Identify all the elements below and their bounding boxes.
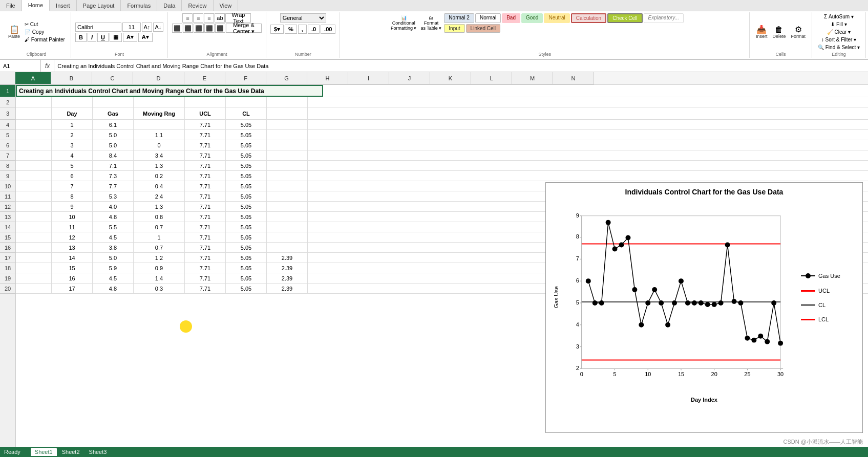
col-header-J[interactable]: J: [389, 72, 430, 84]
cell-F5[interactable]: 5.05: [226, 130, 267, 140]
cell-A15[interactable]: [16, 232, 52, 242]
cell-D5[interactable]: 1.1: [134, 130, 185, 140]
row-header-11[interactable]: 11: [0, 191, 15, 202]
cell-F15[interactable]: 5.05: [226, 232, 267, 242]
delete-button[interactable]: 🗑 Delete: [770, 25, 788, 40]
tab-insert[interactable]: Insert: [50, 0, 77, 11]
cell-G15[interactable]: [267, 232, 308, 242]
tab-page-layout[interactable]: Page Layout: [77, 0, 121, 11]
row-header-19[interactable]: 19: [0, 273, 15, 284]
cell-D7[interactable]: 3.4: [134, 150, 185, 160]
cell-F19[interactable]: 5.05: [226, 273, 267, 283]
cell-B5[interactable]: 2: [52, 130, 93, 140]
cell-D16[interactable]: 0.7: [134, 243, 185, 252]
row-header-17[interactable]: 17: [0, 253, 15, 263]
cell-G12[interactable]: [267, 202, 308, 211]
cell-E8[interactable]: 7.71: [185, 161, 226, 170]
cell-A7[interactable]: [16, 150, 52, 160]
cell-G18[interactable]: 2.39: [267, 263, 308, 273]
align-left-button[interactable]: ⬛: [172, 24, 182, 33]
cell-G16[interactable]: [267, 243, 308, 252]
row-header-13[interactable]: 13: [0, 212, 15, 222]
row-header-4[interactable]: 4: [0, 120, 15, 130]
cell-C4[interactable]: 6.1: [93, 120, 134, 129]
percent-button[interactable]: %: [285, 25, 297, 34]
cell-C18[interactable]: 5.9: [93, 263, 134, 273]
autosum-button[interactable]: Σ AutoSum ▾: [822, 13, 855, 20]
decrease-decimal-button[interactable]: .00: [321, 25, 335, 34]
col-header-K[interactable]: K: [430, 72, 471, 84]
cell-E6[interactable]: 7.71: [185, 140, 226, 150]
cell-A11[interactable]: [16, 191, 52, 201]
cell-E19[interactable]: 7.71: [185, 273, 226, 283]
col-header-A[interactable]: A: [15, 72, 51, 84]
col-header-I[interactable]: I: [348, 72, 389, 84]
conditional-formatting-button[interactable]: 📊ConditionalFormatting ▾: [389, 15, 418, 31]
fill-button[interactable]: ⬇ Fill ▾: [829, 21, 848, 28]
cell-C13[interactable]: 4.8: [93, 212, 134, 222]
tab-view[interactable]: View: [214, 0, 239, 11]
cell-C19[interactable]: 4.5: [93, 273, 134, 283]
font-color-button[interactable]: A▾: [138, 33, 153, 42]
col-header-B[interactable]: B: [51, 72, 92, 84]
row-header-14[interactable]: 14: [0, 222, 15, 232]
cell-A4[interactable]: [16, 120, 52, 129]
find-select-button[interactable]: 🔍 Find & Select ▾: [816, 44, 861, 51]
increase-decimal-button[interactable]: .0: [308, 25, 320, 34]
cell-C11[interactable]: 5.3: [93, 191, 134, 201]
cell-D3[interactable]: Moving Rng: [134, 107, 185, 119]
cell-E12[interactable]: 7.71: [185, 202, 226, 211]
formula-input[interactable]: Creating an Individuals Control Chart an…: [54, 63, 868, 69]
cell-C8[interactable]: 7.1: [93, 161, 134, 170]
cell-E9[interactable]: 7.71: [185, 171, 226, 181]
align-right-button[interactable]: ⬛: [194, 24, 204, 33]
indent-decrease-button[interactable]: ⬛: [204, 24, 215, 33]
cell-A5[interactable]: [16, 130, 52, 140]
cell-D17[interactable]: 1.2: [134, 253, 185, 263]
cell-G6[interactable]: [267, 140, 308, 150]
cell-A6[interactable]: [16, 140, 52, 150]
cell-G5[interactable]: [267, 130, 308, 140]
cell-B15[interactable]: 12: [52, 232, 93, 242]
cell-F7[interactable]: 5.05: [226, 150, 267, 160]
cell-G10[interactable]: [267, 181, 308, 191]
cell-A10[interactable]: [16, 181, 52, 191]
cell-D6[interactable]: 0: [134, 140, 185, 150]
cell-G20[interactable]: 2.39: [267, 284, 308, 293]
cell-B8[interactable]: 5: [52, 161, 93, 170]
cell-B18[interactable]: 15: [52, 263, 93, 273]
cell-F16[interactable]: 5.05: [226, 243, 267, 252]
cell-C14[interactable]: 5.5: [93, 222, 134, 232]
style-input[interactable]: Input: [444, 24, 464, 33]
format-as-table-button[interactable]: 🗂Formatas Table ▾: [419, 15, 443, 31]
tab-data[interactable]: Data: [157, 0, 182, 11]
cell-D10[interactable]: 0.4: [134, 181, 185, 191]
tab-formulas[interactable]: Formulas: [121, 0, 157, 11]
style-explanatory[interactable]: Explanatory...: [644, 13, 684, 23]
align-top-left-button[interactable]: ≡: [182, 13, 193, 23]
cell-C5[interactable]: 5.0: [93, 130, 134, 140]
cell-D20[interactable]: 0.3: [134, 284, 185, 293]
cell-E13[interactable]: 7.71: [185, 212, 226, 222]
cell-C12[interactable]: 4.0: [93, 202, 134, 211]
cell-E7[interactable]: 7.71: [185, 150, 226, 160]
style-bad[interactable]: Bad: [502, 13, 520, 23]
col-header-N[interactable]: N: [553, 72, 594, 84]
cell-B20[interactable]: 17: [52, 284, 93, 293]
cell-B6[interactable]: 3: [52, 140, 93, 150]
cell-E2[interactable]: [185, 97, 226, 107]
insert-button[interactable]: 📥 Insert: [754, 25, 770, 40]
row-header-5[interactable]: 5: [0, 130, 15, 140]
number-format-select[interactable]: General Number Currency Percentage: [280, 13, 326, 23]
cell-A16[interactable]: [16, 243, 52, 252]
cell-B16[interactable]: 13: [52, 243, 93, 252]
cell-A1[interactable]: Creating an Individuals Control Chart an…: [16, 85, 323, 97]
cell-C2[interactable]: [93, 97, 134, 107]
col-header-D[interactable]: D: [133, 72, 184, 84]
row-header-3[interactable]: 3: [0, 107, 15, 120]
row-header-2[interactable]: 2: [0, 97, 15, 107]
cell-F8[interactable]: 5.05: [226, 161, 267, 170]
bold-button[interactable]: B: [75, 33, 87, 42]
cell-F20[interactable]: 5.05: [226, 284, 267, 293]
cell-F4[interactable]: 5.05: [226, 120, 267, 129]
